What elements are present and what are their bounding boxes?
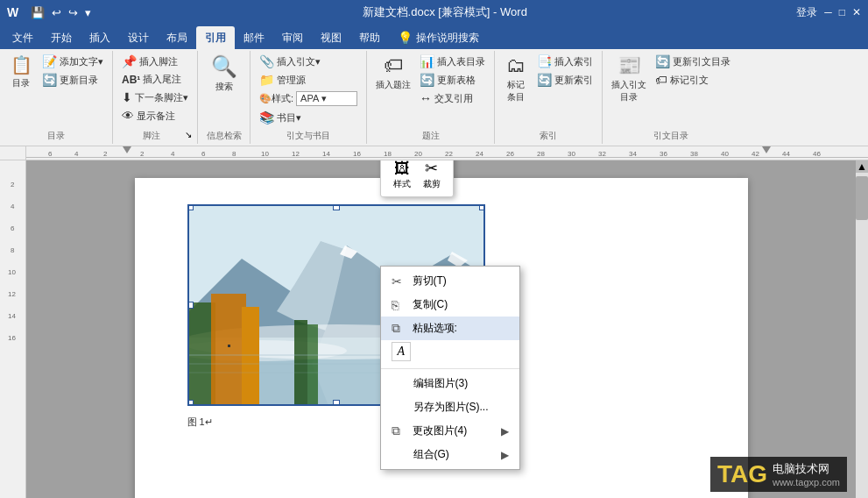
insert-footnote-icon: 📌 [122,54,137,68]
image-float-toolbar: 🖼 样式 ✂ 裁剪 [380,160,454,197]
next-footnote-button[interactable]: ⬇ 下一条脚注▾ [118,89,192,106]
image-container[interactable]: 🖼 样式 ✂ 裁剪 ✂ 剪切(T) ⎘ 复 [187,204,485,406]
style-select-button[interactable]: 🎨样式: APA ▾ [256,89,361,108]
change-picture-arrow: ▶ [501,425,509,438]
scroll-up-button[interactable]: ▲ [856,160,868,173]
style-toolbar-btn[interactable]: 🖼 样式 [388,160,416,193]
svg-rect-55 [294,320,307,406]
mark-citation-icon: 🏷 [655,73,667,87]
captions-column: 📊 插入表目录 🔄 更新表格 ↔ 交叉引用 [416,53,489,107]
manage-sources-button[interactable]: 📁 管理源 [256,71,361,89]
group-arrow: ▶ [501,449,509,461]
svg-rect-51 [242,307,259,406]
cross-ref-icon: ↔ [420,91,432,105]
insert-index-button[interactable]: 📑 插入索引 [533,53,596,70]
tab-insert[interactable]: 插入 [81,26,119,49]
handle-ml [187,302,194,309]
svg-rect-50 [211,294,246,406]
copy-icon: ⎘ [392,298,406,312]
ribbon-tabs: 文件 开始 插入 设计 布局 引用 邮件 审阅 视图 帮助 💡操作说明搜索 [0,25,868,49]
group-citations-bottom: 引文与书目 [256,126,361,142]
search-button[interactable]: 🔍 搜索 [208,53,241,95]
tab-view[interactable]: 视图 [312,26,350,49]
tab-design[interactable]: 设计 [119,26,158,49]
user-login[interactable]: 登录 [796,5,817,20]
svg-text:2: 2 [11,181,15,189]
ctx-cut[interactable]: ✂ 剪切(T) [381,269,519,293]
ruler-corner [0,146,26,160]
document-scroll-area: 🖼 样式 ✂ 裁剪 ✂ 剪切(T) ⎘ 复 [26,160,856,498]
mark-entry-button[interactable]: 🗂 标记条目 [500,53,532,105]
show-notes-button[interactable]: 👁 显示备注 [118,107,192,125]
update-citations-button[interactable]: 🔄 更新引文目录 [652,53,734,70]
quick-access-toolbar: 💾 ↩ ↪ ▾ [29,4,93,21]
style-dropdown[interactable]: APA ▾ [296,91,357,106]
crop-toolbar-btn[interactable]: ✂ 裁剪 [418,160,446,193]
tab-mailings[interactable]: 邮件 [235,26,273,49]
insert-caption-icon: 🏷 [384,54,403,77]
style-label: 🎨样式: [259,92,293,105]
change-picture-icon: ⧉ [392,423,406,438]
ctx-change-picture[interactable]: ⧉ 更改图片(4) ▶ [381,419,519,443]
insert-table-of-figures-button[interactable]: 📊 插入表目录 [416,53,489,70]
bibliography-button[interactable]: 📚 书目▾ [256,109,361,126]
tab-references[interactable]: 引用 [196,26,235,49]
scrollbar-vertical[interactable]: ▲ [856,160,868,498]
handle-tl [187,204,194,210]
search-icon: 🔍 [211,54,237,79]
tab-help[interactable]: 帮助 [350,26,389,49]
update-table-button[interactable]: 🔄 更新表格 [416,71,489,89]
ctx-copy[interactable]: ⎘ 复制(C) [381,293,519,317]
svg-text:8: 8 [11,246,15,254]
word-logo: W [7,5,18,19]
group-toc: 📋 目录 📝 添加文字▾ 🔄 更新目录 目录 [0,51,113,144]
tab-search[interactable]: 💡操作说明搜索 [389,26,488,49]
insert-citation-button[interactable]: 📎 插入引文▾ [256,53,361,70]
update-toc-button[interactable]: 🔄 更新目录 [39,71,107,89]
ctx-edit-picture[interactable]: ⬜ 编辑图片(3) [381,372,519,395]
group-research-bottom: 信息检索 [203,126,244,142]
redo-qat-button[interactable]: ↪ [67,4,80,21]
svg-rect-30 [0,160,26,498]
svg-text:8: 8 [232,150,236,158]
insert-table-authority-button[interactable]: 📰 插入引文目录 [608,53,650,105]
tab-file[interactable]: 文件 [4,26,42,49]
tab-review[interactable]: 审阅 [273,26,312,49]
cut-icon: ✂ [392,274,406,288]
insert-footnote-button[interactable]: 📌 插入脚注 [118,53,192,70]
update-index-icon: 🔄 [537,73,552,87]
minimize-button[interactable]: ─ [824,6,832,18]
cross-reference-button[interactable]: ↔ 交叉引用 [416,89,489,107]
group-footnote: 📌 插入脚注 AB¹ 插入尾注 ⬇ 下一条脚注▾ 👁 显示备注 [113,51,198,144]
close-button[interactable]: ✕ [852,6,861,18]
svg-text:6: 6 [48,150,53,158]
group-research-content: 🔍 搜索 [208,53,241,126]
mark-citation-button[interactable]: 🏷 标记引文 [652,71,734,89]
insert-caption-button[interactable]: 🏷 插入题注 [372,53,414,93]
tab-layout[interactable]: 布局 [158,26,196,49]
ctx-save-as-picture[interactable]: ⬜ 另存为图片(S)... [381,395,519,419]
restore-button[interactable]: □ [839,6,845,18]
ctx-paste-header: ⧉ 粘贴选项: [381,317,519,340]
scroll-thumb[interactable] [856,176,868,220]
svg-text:6: 6 [201,150,206,158]
group-captions-content: 🏷 插入题注 📊 插入表目录 🔄 更新表格 ↔ 交叉引用 [372,53,489,126]
save-qat-button[interactable]: 💾 [29,4,46,21]
undo-qat-button[interactable]: ↩ [50,4,63,21]
group-citations-content: 📎 插入引文▾ 📁 管理源 🎨样式: APA ▾ 📚 书目▾ [256,53,361,126]
add-text-button[interactable]: 📝 添加文字▾ [39,53,107,70]
insert-endnote-button[interactable]: AB¹ 插入尾注 [118,71,192,88]
show-notes-icon: 👁 [122,109,134,123]
watermark-url: www.tagxp.com [773,477,840,487]
window-title: 新建文档.docx [兼容模式] - Word [363,4,527,20]
watermark-tag: TAG [717,460,767,488]
toc-button[interactable]: 📋 目录 [5,53,37,91]
group-index-content: 🗂 标记条目 📑 插入索引 🔄 更新索引 [500,53,596,126]
add-text-icon: 📝 [42,54,57,68]
ctx-group[interactable]: ⬜ 组合(G) ▶ [381,443,519,466]
footnote-expand-icon[interactable]: ↘ [185,130,192,139]
customize-qat-button[interactable]: ▾ [83,4,93,21]
paste-option-a[interactable]: A [392,342,412,361]
tab-home[interactable]: 开始 [42,26,81,49]
update-index-button[interactable]: 🔄 更新索引 [533,71,596,89]
